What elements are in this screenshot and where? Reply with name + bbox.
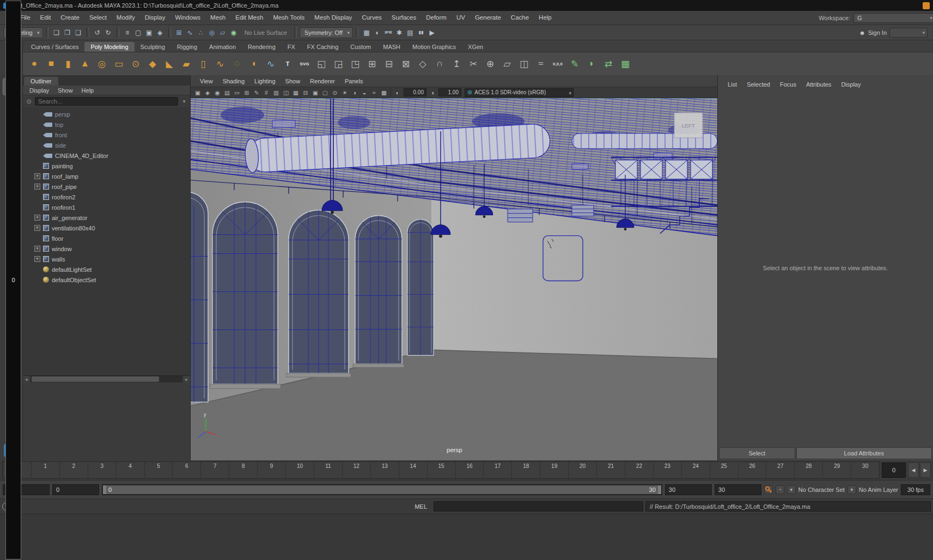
outliner-item-window[interactable]: + window: [23, 244, 190, 254]
menu-item[interactable]: Cache: [506, 11, 534, 25]
time-tick[interactable]: 30: [851, 462, 879, 478]
paint-vertex-color-icon[interactable]: ✎: [566, 55, 583, 72]
menu-item[interactable]: Create: [56, 11, 84, 25]
time-tick[interactable]: 17: [483, 462, 511, 478]
playback-start-field[interactable]: 0: [52, 484, 99, 495]
shelf-tab[interactable]: Curves / Surfaces: [25, 42, 84, 52]
menu-item[interactable]: Deform: [421, 11, 452, 25]
outliner-item-roofiron2[interactable]: roofiron2: [23, 192, 190, 202]
poly-cylinder-icon[interactable]: ▮: [60, 55, 76, 72]
expand-toggle-icon[interactable]: [34, 266, 40, 272]
safe-title-icon[interactable]: ▢: [320, 88, 330, 98]
workspace-selector[interactable]: G: [853, 13, 933, 23]
smooth-icon[interactable]: ≈: [533, 55, 549, 72]
select-by-component-icon[interactable]: ▣: [144, 27, 155, 38]
shelf-tab[interactable]: Custom: [344, 42, 377, 52]
expand-toggle-icon[interactable]: +: [34, 246, 40, 252]
time-tick[interactable]: 25: [710, 462, 738, 478]
auto-keyframe-icon[interactable]: [764, 485, 773, 494]
scrollbar-track[interactable]: [31, 376, 182, 382]
outliner-item-roof-pipe[interactable]: + roof_pipe: [23, 181, 190, 192]
expand-toggle-icon[interactable]: [34, 153, 40, 159]
outliner-hscrollbar[interactable]: [23, 375, 190, 382]
outliner-item-persp[interactable]: persp: [23, 109, 190, 119]
poly-cone-icon[interactable]: ▲: [77, 55, 93, 72]
menu-item[interactable]: Help: [534, 11, 557, 25]
outliner-item-painting[interactable]: painting: [23, 161, 190, 171]
range-slider-bar[interactable]: 0 30: [103, 485, 661, 494]
grid-icon[interactable]: #: [261, 88, 271, 98]
time-tick[interactable]: 28: [794, 462, 822, 478]
bridge-icon[interactable]: ∩: [431, 55, 448, 72]
character-set-selector[interactable]: No Character Set: [798, 486, 845, 493]
step-forward-frame-button[interactable]: ▶: [920, 462, 931, 478]
sign-in-dropdown[interactable]: [889, 28, 928, 38]
outliner-item-top[interactable]: top: [23, 119, 190, 130]
boolean-difference-icon[interactable]: ◲: [330, 55, 346, 72]
sign-in-label[interactable]: Sign In: [868, 29, 887, 36]
expand-toggle-icon[interactable]: [34, 142, 40, 148]
mirror-icon[interactable]: ◫: [516, 55, 532, 72]
motion-blur-icon[interactable]: ≈: [369, 88, 379, 98]
scroll-right-icon[interactable]: [183, 376, 190, 382]
viewport-menu-item[interactable]: Shading: [218, 78, 249, 84]
wireframe-display-icon[interactable]: ▦: [617, 55, 633, 72]
time-tick[interactable]: 1: [31, 462, 59, 478]
time-tick[interactable]: 24: [681, 462, 710, 478]
platonic-solid-icon[interactable]: ◆: [144, 55, 161, 72]
poly-cube-icon[interactable]: ■: [43, 55, 59, 72]
boolean-intersect-icon[interactable]: ◳: [347, 55, 363, 72]
light-editor-icon[interactable]: ▤: [405, 27, 416, 38]
command-input[interactable]: [434, 501, 643, 512]
poly-plane-icon[interactable]: ▭: [111, 55, 127, 72]
poly-helix-icon[interactable]: ∿: [212, 55, 228, 72]
shelf-tab[interactable]: Sculpting: [135, 42, 171, 52]
divider[interactable]: [294, 27, 297, 38]
shelf-tab[interactable]: Motion Graphics: [406, 42, 462, 52]
menu-item[interactable]: Display: [140, 11, 170, 25]
scene-left-box[interactable]: LEFT: [674, 113, 703, 138]
menu-item[interactable]: Mesh Display: [309, 11, 357, 25]
sweep-mesh-icon[interactable]: ∿: [263, 55, 279, 72]
expand-toggle-icon[interactable]: [34, 132, 40, 138]
menu-item[interactable]: Generate: [470, 11, 506, 25]
expand-toggle-icon[interactable]: +: [34, 256, 40, 262]
outliner-item-defaultlightset[interactable]: defaultLightSet: [23, 264, 190, 275]
shelf-tab[interactable]: Poly Modeling: [84, 42, 134, 52]
time-tick[interactable]: 4: [116, 462, 144, 478]
attribute-editor-menu-item[interactable]: Focus: [776, 79, 801, 90]
undo-icon[interactable]: ↺: [92, 27, 103, 38]
snap-to-view-plane-icon[interactable]: ▱: [217, 27, 228, 38]
playback-speed-icon[interactable]: ◔: [776, 485, 784, 494]
outliner-item-roof-lamp[interactable]: + roof_lamp: [23, 171, 190, 181]
poly-prism-icon[interactable]: ▰: [178, 55, 194, 72]
field-chart-icon[interactable]: ⊟: [301, 88, 310, 98]
two-d-pan-zoom-icon[interactable]: ⊞: [242, 88, 252, 98]
menu-item[interactable]: Mesh Tools: [268, 11, 309, 25]
transfer-attributes-icon[interactable]: ⇄: [600, 55, 617, 72]
shelf-tab[interactable]: Rigging: [171, 42, 203, 52]
filter-icon[interactable]: ⊙: [25, 98, 33, 105]
shelf-tab[interactable]: Rendering: [242, 42, 282, 52]
time-tick[interactable]: 9: [257, 462, 285, 478]
playhead[interactable]: 0: [5, 1, 21, 559]
search-options-icon[interactable]: [180, 99, 188, 104]
symmetry-selector[interactable]: Symmetry: Off: [300, 27, 353, 38]
time-tick[interactable]: 11: [314, 462, 342, 478]
shelf-tab[interactable]: XGen: [462, 42, 489, 52]
boolean-union-icon[interactable]: ◱: [313, 55, 330, 72]
quad-draw-icon[interactable]: ▱: [499, 55, 515, 72]
open-scene-icon[interactable]: ❐: [62, 27, 73, 38]
range-slider[interactable]: 0 30: [102, 484, 662, 495]
fps-field[interactable]: 30 fps: [901, 484, 930, 495]
attribute-editor-menu-item[interactable]: List: [723, 79, 741, 90]
attribute-editor-menu-item[interactable]: Display: [837, 79, 865, 90]
super-ellipse-icon[interactable]: ◖: [246, 55, 262, 72]
expand-toggle-icon[interactable]: [34, 204, 40, 210]
lock-camera-icon[interactable]: ◈: [203, 88, 212, 98]
poly-type-icon[interactable]: T: [279, 55, 296, 72]
expand-toggle-icon[interactable]: [34, 277, 40, 283]
viewport-menu-item[interactable]: Panels: [340, 78, 368, 84]
scroll-left-icon[interactable]: [23, 376, 30, 382]
select-by-object-icon[interactable]: ▢: [133, 27, 144, 38]
